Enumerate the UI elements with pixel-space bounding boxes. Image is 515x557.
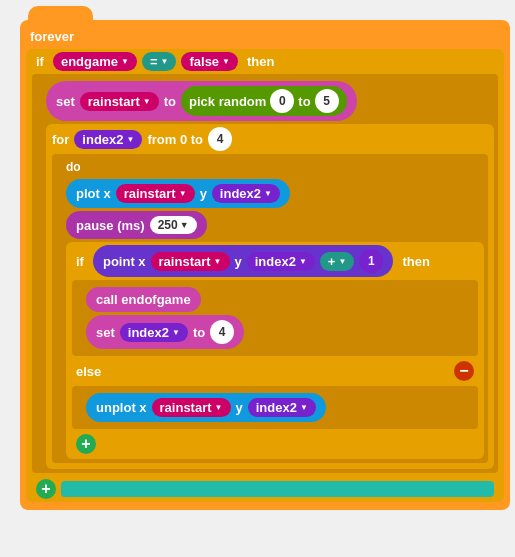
endgame-dropdown[interactable]: endgame — [53, 52, 137, 71]
to3-label: to — [193, 325, 205, 340]
set-block: set rainstart to pick random 0 to 5 — [46, 81, 357, 121]
plus-val[interactable]: 1 — [359, 249, 383, 273]
index2-dropdown-5[interactable]: index2 — [248, 398, 316, 417]
forever-label: forever — [26, 27, 78, 46]
else-body: unplot x rainstart y index2 — [72, 386, 478, 429]
equals-dropdown[interactable]: = — [142, 52, 177, 71]
set2-row: set index2 to 4 — [86, 315, 474, 349]
plus-button-bottom[interactable]: + — [36, 479, 56, 499]
y-label-2: y — [235, 254, 242, 269]
unplot-block: unplot x rainstart y index2 — [86, 393, 326, 422]
forever-bottom: + — [32, 476, 498, 499]
forever-hat — [28, 6, 93, 22]
if2-label: if — [72, 252, 88, 271]
rand-val2[interactable]: 5 — [315, 89, 339, 113]
pick-random-label: pick random — [189, 94, 266, 109]
else-row: else − — [72, 359, 478, 383]
forever-block: forever if endgame = false then set — [20, 20, 510, 510]
plot-label: plot x — [76, 186, 111, 201]
do-label: do — [66, 158, 484, 176]
rainstart-dropdown-1[interactable]: rainstart — [80, 92, 159, 111]
plot-row: plot x rainstart y index2 — [66, 179, 484, 208]
pause-val[interactable]: 250 ▼ — [150, 216, 197, 234]
rainstart-dropdown-3[interactable]: rainstart — [151, 252, 230, 271]
pause-block: pause (ms) 250 ▼ — [66, 211, 207, 239]
bottom-bar — [61, 481, 494, 497]
pause-row: pause (ms) 250 ▼ — [66, 211, 484, 239]
for-val[interactable]: 4 — [208, 127, 232, 151]
rainstart-dropdown-2[interactable]: rainstart — [116, 184, 195, 203]
plus-button-if2[interactable]: + — [76, 434, 96, 454]
rand-val1[interactable]: 0 — [270, 89, 294, 113]
plus-op[interactable]: + — [320, 252, 355, 271]
then2-label: then — [398, 252, 433, 271]
call-label: call endofgame — [96, 292, 191, 307]
index2-dropdown-3[interactable]: index2 — [247, 252, 315, 271]
sensing-block: point x rainstart y index2 + 1 — [93, 245, 393, 277]
point-label: point x — [103, 254, 146, 269]
if2-block: if point x rainstart y index2 + 1 — [66, 242, 484, 459]
unplot-label: unplot x — [96, 400, 147, 415]
index2-dropdown-2[interactable]: index2 — [212, 184, 280, 203]
if-body: set rainstart to pick random 0 to 5 — [32, 74, 498, 473]
false-dropdown[interactable]: false — [181, 52, 238, 71]
rainstart-dropdown-4[interactable]: rainstart — [152, 398, 231, 417]
for-body: do plot x rainstart y index2 — [52, 154, 488, 463]
set-row: set rainstart to pick random 0 to 5 — [46, 81, 494, 121]
from-label: from 0 to — [147, 132, 203, 147]
index2-dropdown-4[interactable]: index2 — [120, 323, 188, 342]
unplot-row: unplot x rainstart y index2 — [86, 393, 474, 422]
if-label: if — [32, 52, 48, 71]
if2-body: call endofgame set index2 to — [72, 280, 478, 356]
if-block: if endgame = false then set rainstart to — [26, 49, 504, 502]
index2-dropdown-1[interactable]: index2 — [74, 130, 142, 149]
to2-label: to — [298, 94, 310, 109]
else-label: else — [76, 364, 101, 379]
plot-block: plot x rainstart y index2 — [66, 179, 290, 208]
call-block: call endofgame — [86, 287, 201, 312]
then-label: then — [243, 52, 278, 71]
call-row: call endofgame — [86, 287, 474, 312]
pause-label: pause (ms) — [76, 218, 145, 233]
for-label: for — [52, 132, 69, 147]
for-block: for index2 from 0 to 4 do plot x — [46, 124, 494, 469]
y-label-3: y — [236, 400, 243, 415]
set2-val[interactable]: 4 — [210, 320, 234, 344]
set2-label: set — [96, 325, 115, 340]
set-label: set — [56, 94, 75, 109]
set2-block: set index2 to 4 — [86, 315, 244, 349]
to-label: to — [164, 94, 176, 109]
y-label-1: y — [200, 186, 207, 201]
minus-button[interactable]: − — [454, 361, 474, 381]
pick-random-block: pick random 0 to 5 — [181, 86, 347, 116]
if2-plus-row: + — [72, 432, 478, 456]
